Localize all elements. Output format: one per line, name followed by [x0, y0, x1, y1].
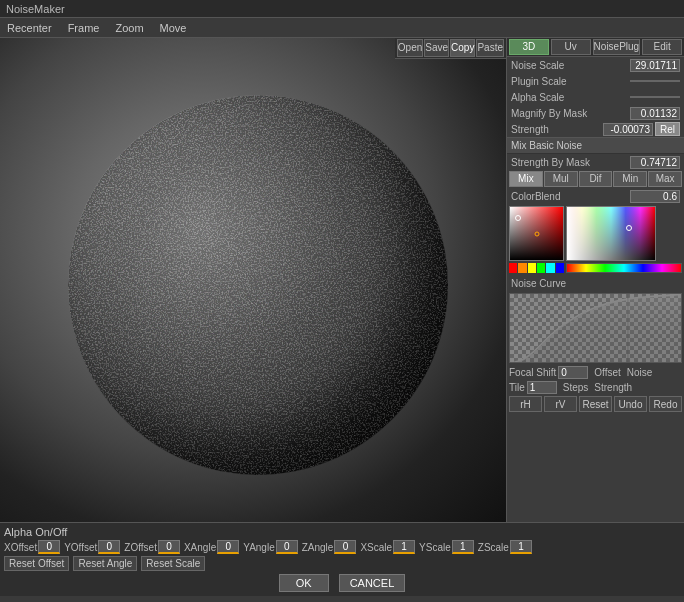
sphere-container — [20, 58, 496, 512]
recenter-button[interactable]: Recenter — [4, 21, 55, 35]
color-area — [507, 204, 684, 275]
paste-button[interactable]: Paste — [476, 39, 504, 57]
focal-shift-value[interactable]: 0 — [558, 366, 588, 379]
mix-btn-mix[interactable]: Mix — [509, 171, 543, 187]
tab-edit[interactable]: Edit — [642, 39, 682, 55]
rv-button[interactable]: rV — [544, 396, 577, 412]
zscale-label: ZScale — [478, 542, 509, 553]
main-layout: Open Save Copy Paste 3D — [0, 38, 684, 522]
colorblend-label: ColorBlend — [511, 191, 630, 202]
hue-bar[interactable] — [566, 263, 682, 273]
reset-row: Reset Offset Reset Angle Reset Scale — [4, 555, 680, 572]
noise-scale-row: Noise Scale 29.01711 — [507, 57, 684, 73]
rh-button[interactable]: rH — [509, 396, 542, 412]
noise-curve-area[interactable] — [509, 293, 682, 363]
magnify-mask-label: Magnify By Mask — [511, 108, 630, 119]
xoffset-group: XOffset 0 — [4, 540, 60, 554]
alpha-scale-label: Alpha Scale — [511, 92, 630, 103]
title-text: NoiseMaker — [6, 3, 65, 15]
swatch-orange[interactable] — [518, 263, 526, 273]
strength-label: Strength — [511, 124, 603, 135]
noise-scale-label: Noise Scale — [511, 60, 630, 71]
zscale-group: ZScale 1 — [478, 540, 532, 554]
move-button[interactable]: Move — [157, 21, 190, 35]
viewport[interactable]: Open Save Copy Paste — [0, 38, 506, 522]
yscale-group: YScale 1 — [419, 540, 474, 554]
zoffset-group: ZOffset 0 — [124, 540, 180, 554]
open-button[interactable]: Open — [397, 39, 423, 57]
reset-scale-button[interactable]: Reset Scale — [141, 556, 205, 571]
ok-button[interactable]: OK — [279, 574, 329, 592]
swatch-red[interactable] — [509, 263, 517, 273]
focal-row: Focal Shift 0 Offset Noise — [507, 365, 684, 380]
color-picker-right[interactable] — [566, 206, 656, 261]
zoffset-label: ZOffset — [124, 542, 157, 553]
noise-curve-svg — [510, 294, 681, 363]
tab-uv[interactable]: Uv — [551, 39, 591, 55]
tile-label: Tile — [509, 382, 525, 393]
strength-mask-label: Strength By Mask — [511, 157, 630, 168]
colorblend-value[interactable]: 0.6 — [630, 190, 680, 203]
noise-scale-value[interactable]: 29.01711 — [630, 59, 680, 72]
mix-btn-max[interactable]: Max — [648, 171, 682, 187]
tile-row: Tile 1 Steps Strength — [507, 380, 684, 395]
focal-shift-label: Focal Shift — [509, 367, 556, 378]
swatch-blue[interactable] — [556, 263, 564, 273]
strength-mask-value[interactable]: 0.74712 — [630, 156, 680, 169]
zoom-button[interactable]: Zoom — [112, 21, 146, 35]
xangle-value[interactable]: 0 — [217, 540, 239, 554]
undo-button[interactable]: Undo — [614, 396, 647, 412]
xscale-value[interactable]: 1 — [393, 540, 415, 554]
swatch-green[interactable] — [537, 263, 545, 273]
strength-tile-label: Strength — [594, 382, 632, 393]
reset-offset-button[interactable]: Reset Offset — [4, 556, 69, 571]
tab-3d[interactable]: 3D — [509, 39, 549, 55]
mix-buttons-row: Mix Mul Dif Min Max — [507, 170, 684, 188]
magnify-mask-value[interactable]: 0.01132 — [630, 107, 680, 120]
noise-curve-label-row: Noise Curve — [507, 275, 684, 291]
xscale-group: XScale 1 — [360, 540, 415, 554]
offsets-angles-scales-row: XOffset 0 YOffset 0 ZOffset 0 XAngle 0 Y… — [4, 539, 680, 555]
mix-btn-dif[interactable]: Dif — [579, 171, 613, 187]
rh-rv-row: rH rV Reset Undo Redo — [507, 395, 684, 413]
frame-button[interactable]: Frame — [65, 21, 103, 35]
yangle-value[interactable]: 0 — [276, 540, 298, 554]
title-bar: NoiseMaker — [0, 0, 684, 18]
reset-noise-button[interactable]: Reset — [579, 396, 612, 412]
panel-tabs: 3D Uv NoisePlug Edit — [507, 38, 684, 57]
save-button[interactable]: Save — [424, 39, 449, 57]
alpha-row: Alpha On/Off — [4, 525, 680, 539]
tile-value[interactable]: 1 — [527, 381, 557, 394]
zangle-group: ZAngle 0 — [302, 540, 357, 554]
copy-button[interactable]: Copy — [450, 39, 475, 57]
cancel-button[interactable]: CANCEL — [339, 574, 406, 592]
mix-basic-noise-header: Mix Basic Noise — [507, 137, 684, 154]
yoffset-value[interactable]: 0 — [98, 540, 120, 554]
alpha-onoff-label: Alpha On/Off — [4, 526, 67, 538]
xscale-label: XScale — [360, 542, 392, 553]
xangle-group: XAngle 0 — [184, 540, 239, 554]
zoffset-value[interactable]: 0 — [158, 540, 180, 554]
swatch-yellow[interactable] — [528, 263, 536, 273]
yscale-label: YScale — [419, 542, 451, 553]
plugin-scale-row: Plugin Scale — [507, 73, 684, 89]
strength-value[interactable]: -0.00073 — [603, 123, 653, 136]
yoffset-group: YOffset 0 — [64, 540, 120, 554]
xoffset-value[interactable]: 0 — [38, 540, 60, 554]
redo-button[interactable]: Redo — [649, 396, 682, 412]
plugin-scale-value — [630, 80, 680, 82]
tab-noiseplug[interactable]: NoisePlug — [593, 39, 641, 55]
zangle-value[interactable]: 0 — [334, 540, 356, 554]
mix-btn-min[interactable]: Min — [613, 171, 647, 187]
reset-angle-button[interactable]: Reset Angle — [73, 556, 137, 571]
mix-btn-mul[interactable]: Mul — [544, 171, 578, 187]
magnify-mask-row: Magnify By Mask 0.01132 — [507, 105, 684, 121]
swatch-cyan[interactable] — [546, 263, 554, 273]
color-picker-left[interactable] — [509, 206, 564, 261]
rel-button[interactable]: Rel — [655, 122, 680, 136]
bottom-bar: Alpha On/Off XOffset 0 YOffset 0 ZOffset… — [0, 522, 684, 596]
noise-label: Noise — [627, 367, 653, 378]
alpha-scale-value — [630, 96, 680, 98]
yscale-value[interactable]: 1 — [452, 540, 474, 554]
zscale-value[interactable]: 1 — [510, 540, 532, 554]
